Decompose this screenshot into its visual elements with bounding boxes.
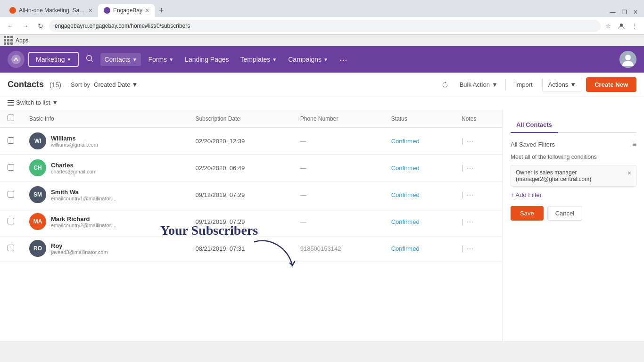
sub-toolbar: Switch to list ▼	[0, 97, 644, 110]
row-checkbox[interactable]	[8, 191, 14, 197]
contact-name[interactable]: Williams	[51, 135, 98, 142]
bulk-action-button[interactable]: Bulk Action ▼	[456, 79, 502, 90]
condition-text: Meet all of the following conditions	[511, 154, 636, 160]
campaigns-chevron: ▼	[323, 57, 328, 62]
back-button[interactable]: ←	[4, 19, 17, 33]
row-checkbox-cell[interactable]	[0, 155, 22, 181]
basic-info-cell: MA Mark Richard emailcountry2@mailinator…	[22, 208, 188, 235]
row-checkbox[interactable]	[8, 245, 14, 251]
row-more-icon[interactable]: ⋯	[466, 137, 474, 146]
save-filter-button[interactable]: Save	[511, 206, 544, 221]
more-nav-button[interactable]: ···	[336, 51, 351, 68]
row-more-icon[interactable]: ⋯	[466, 164, 474, 173]
phone-number-cell: —	[293, 128, 384, 155]
tab1-favicon	[9, 7, 16, 14]
filter-tag: Owner is sales manager (manager2@gharcen…	[511, 165, 636, 187]
contact-name[interactable]: Charles	[51, 162, 97, 169]
apps-label[interactable]: Apps	[16, 37, 28, 44]
search-icon[interactable]	[83, 51, 97, 68]
marketing-chevron: ▼	[66, 57, 71, 62]
cancel-filter-button[interactable]: Cancel	[547, 206, 582, 221]
logo-icon[interactable]	[8, 51, 25, 68]
row-more-icon[interactable]: ⋯	[466, 217, 474, 226]
refresh-button[interactable]	[438, 78, 452, 92]
select-all-header[interactable]	[0, 110, 22, 128]
status-cell: Confirmed	[384, 155, 454, 181]
phone-number-cell: —	[293, 208, 384, 235]
row-checkbox-cell[interactable]	[0, 208, 22, 235]
row-more-icon[interactable]: ⋯	[466, 244, 474, 253]
row-edit-icon[interactable]: |	[462, 137, 463, 145]
create-new-button[interactable]: Create New	[586, 77, 636, 92]
row-more-icon[interactable]: ⋯	[466, 190, 474, 199]
table-row: WI Williams williams@gmail.com 02/20/202…	[0, 128, 503, 155]
browser-tab-1[interactable]: All-in-one Marketing, Sales, Supp... ×	[4, 4, 98, 17]
select-all-checkbox[interactable]	[8, 115, 14, 121]
user-avatar[interactable]	[619, 51, 636, 68]
filter-icon[interactable]: ≡	[633, 140, 636, 148]
subscription-date-cell: 09/12/2019, 07:29	[188, 181, 292, 208]
bulk-action-chevron: ▼	[492, 81, 498, 88]
actions-button[interactable]: Actions ▼	[542, 78, 583, 91]
row-edit-icon[interactable]: |	[462, 245, 463, 252]
address-bar[interactable]	[49, 20, 601, 32]
forms-chevron: ▼	[169, 57, 173, 62]
row-edit-icon[interactable]: |	[462, 191, 463, 198]
row-edit-icon[interactable]: |	[462, 164, 463, 172]
landing-pages-nav-link[interactable]: Landing Pages	[181, 53, 232, 66]
sort-value-dropdown[interactable]: Created Date ▼	[94, 81, 138, 88]
new-tab-button[interactable]: +	[155, 4, 168, 17]
contacts-nav-link[interactable]: Contacts ▼	[100, 53, 140, 66]
apps-grid-icon[interactable]	[4, 36, 13, 45]
templates-chevron: ▼	[272, 57, 277, 62]
templates-nav-link[interactable]: Templates ▼	[237, 53, 281, 66]
row-checkbox-cell[interactable]	[0, 181, 22, 208]
right-panel: All Contacts All Saved Filters ≡ Meet al…	[503, 110, 644, 341]
maximize-button[interactable]: ❐	[619, 8, 629, 17]
panel-tabs: All Contacts	[511, 117, 636, 133]
row-checkbox[interactable]	[8, 164, 14, 171]
table-row: SM Smith Wa emailcountry1@mailinator....…	[0, 181, 503, 208]
profile-icon[interactable]	[616, 20, 627, 32]
basic-info-cell: RO Roy javeed3@mailinator.com	[22, 235, 188, 262]
reload-button[interactable]: ↻	[34, 19, 47, 33]
tab1-close[interactable]: ×	[89, 7, 92, 14]
table-row: MA Mark Richard emailcountry2@mailinator…	[0, 208, 503, 235]
basic-info-cell: CH Charles charles@gmail.com	[22, 155, 188, 181]
contact-name[interactable]: Smith Wa	[51, 189, 116, 196]
forms-nav-link[interactable]: Forms ▼	[145, 53, 178, 66]
campaigns-nav-link[interactable]: Campaigns ▼	[284, 53, 332, 66]
bookmark-icon[interactable]: ☆	[603, 20, 614, 32]
saved-filters-section: All Saved Filters ≡	[511, 140, 636, 148]
row-checkbox-cell[interactable]	[0, 128, 22, 155]
import-button[interactable]: Import	[510, 79, 538, 90]
filter-close-button[interactable]: ×	[627, 169, 631, 177]
contact-name[interactable]: Mark Richard	[51, 215, 116, 222]
phone-number-cell: —	[293, 181, 384, 208]
switch-list-chevron: ▼	[52, 99, 58, 106]
row-checkbox-cell[interactable]	[0, 235, 22, 262]
actions-chevron: ▼	[570, 81, 576, 88]
contact-name[interactable]: Roy	[51, 242, 108, 249]
switch-to-list-button[interactable]: Switch to list ▼	[8, 99, 58, 106]
contact-email: charles@gmail.com	[51, 169, 97, 174]
status-header: Status	[384, 110, 454, 128]
contact-avatar: RO	[29, 240, 46, 257]
row-checkbox[interactable]	[8, 137, 14, 144]
notes-cell: | ⋯	[454, 208, 503, 235]
tab2-close[interactable]: ×	[145, 7, 149, 14]
menu-icon[interactable]: ⋮	[629, 20, 640, 32]
all-contacts-tab[interactable]: All Contacts	[511, 117, 558, 133]
add-filter-button[interactable]: + Add Filter	[511, 191, 636, 198]
minimize-button[interactable]: ─	[608, 8, 618, 17]
landing-pages-label: Landing Pages	[185, 56, 229, 63]
close-window-button[interactable]: ×	[631, 8, 640, 17]
marketing-nav-button[interactable]: Marketing ▼	[28, 52, 79, 67]
forward-button[interactable]: →	[19, 19, 32, 33]
svg-point-5	[625, 55, 631, 60]
row-checkbox[interactable]	[8, 218, 14, 224]
browser-tab-2[interactable]: EngageBay ×	[98, 4, 155, 17]
notes-cell: | ⋯	[454, 128, 503, 155]
row-edit-icon[interactable]: |	[462, 218, 463, 225]
svg-point-2	[87, 55, 92, 60]
